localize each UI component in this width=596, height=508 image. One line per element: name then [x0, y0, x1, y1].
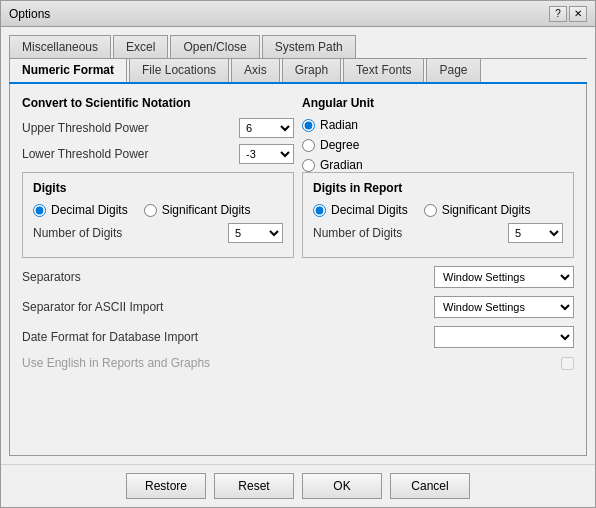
digits-right: Digits in Report Decimal Digits Signific… — [302, 172, 574, 258]
tabs-row2: Numeric Format File Locations Axis Graph… — [9, 58, 587, 84]
help-button[interactable]: ? — [549, 6, 567, 22]
separators-row: Separators Window Settings Custom — [22, 266, 574, 288]
tab-axis[interactable]: Axis — [231, 58, 280, 82]
digits-left-significant-radio[interactable]: Significant Digits — [144, 203, 251, 217]
tab-openclose[interactable]: Open/Close — [170, 35, 259, 58]
digits-left-significant-label: Significant Digits — [162, 203, 251, 217]
digits-right-number-label: Number of Digits — [313, 226, 508, 240]
digits-right-decimal-label: Decimal Digits — [331, 203, 408, 217]
ascii-import-select[interactable]: Window Settings Custom — [434, 296, 574, 318]
tabs-row1: Miscellaneous Excel Open/Close System Pa… — [9, 35, 587, 59]
digits-left-decimal-label: Decimal Digits — [51, 203, 128, 217]
radio-gradian[interactable]: Gradian — [302, 158, 574, 172]
digits-sections: Digits Decimal Digits Significant Digits… — [22, 172, 574, 258]
upper-threshold-row: Upper Threshold Power 6 7 8 — [22, 118, 294, 138]
digits-right-decimal-radio[interactable]: Decimal Digits — [313, 203, 408, 217]
lower-threshold-label: Lower Threshold Power — [22, 147, 239, 161]
separators-select[interactable]: Window Settings Custom — [434, 266, 574, 288]
digits-right-number-row: Number of Digits 5 3 4 6 — [313, 223, 563, 243]
angular-section: Angular Unit Radian Degree Gradian — [302, 96, 574, 172]
convert-section: Convert to Scientific Notation Upper Thr… — [22, 96, 294, 172]
digits-left-radio-row: Decimal Digits Significant Digits — [33, 203, 283, 217]
top-sections: Convert to Scientific Notation Upper Thr… — [22, 96, 574, 172]
date-format-row: Date Format for Database Import — [22, 326, 574, 348]
close-button[interactable]: ✕ — [569, 6, 587, 22]
date-format-label: Date Format for Database Import — [22, 330, 434, 344]
tab-graph[interactable]: Graph — [282, 58, 341, 82]
radian-label: Radian — [320, 118, 358, 132]
digits-left-number-row: Number of Digits 5 3 4 6 — [33, 223, 283, 243]
title-bar-buttons: ? ✕ — [549, 6, 587, 22]
lower-threshold-select[interactable]: -3 -4 -5 — [239, 144, 294, 164]
radio-radian[interactable]: Radian — [302, 118, 574, 132]
english-row: Use English in Reports and Graphs — [22, 356, 574, 370]
digits-right-significant-label: Significant Digits — [442, 203, 531, 217]
radio-degree[interactable]: Degree — [302, 138, 574, 152]
tab-content: Convert to Scientific Notation Upper Thr… — [9, 84, 587, 456]
digits-left-number-label: Number of Digits — [33, 226, 228, 240]
cancel-button[interactable]: Cancel — [390, 473, 470, 499]
restore-button[interactable]: Restore — [126, 473, 206, 499]
options-dialog: Options ? ✕ Miscellaneous Excel Open/Clo… — [0, 0, 596, 508]
angular-title: Angular Unit — [302, 96, 574, 110]
ascii-import-label: Separator for ASCII Import — [22, 300, 434, 314]
gradian-label: Gradian — [320, 158, 363, 172]
digits-right-radio-row: Decimal Digits Significant Digits — [313, 203, 563, 217]
dialog-content: Miscellaneous Excel Open/Close System Pa… — [1, 27, 595, 464]
tab-systempath[interactable]: System Path — [262, 35, 356, 58]
english-checkbox — [561, 357, 574, 370]
tab-textfonts[interactable]: Text Fonts — [343, 58, 424, 82]
window-title: Options — [9, 7, 50, 21]
tab-page[interactable]: Page — [426, 58, 480, 82]
ascii-import-row: Separator for ASCII Import Window Settin… — [22, 296, 574, 318]
digits-left-number-select[interactable]: 5 3 4 6 — [228, 223, 283, 243]
degree-label: Degree — [320, 138, 359, 152]
digits-left-decimal-radio[interactable]: Decimal Digits — [33, 203, 128, 217]
separators-label: Separators — [22, 270, 434, 284]
angular-radio-group: Radian Degree Gradian — [302, 118, 574, 172]
button-bar: Restore Reset OK Cancel — [1, 464, 595, 507]
tab-filelocations[interactable]: File Locations — [129, 58, 229, 82]
tab-excel[interactable]: Excel — [113, 35, 168, 58]
date-format-select[interactable] — [434, 326, 574, 348]
digits-right-significant-radio[interactable]: Significant Digits — [424, 203, 531, 217]
ok-button[interactable]: OK — [302, 473, 382, 499]
tab-miscellaneous[interactable]: Miscellaneous — [9, 35, 111, 58]
upper-threshold-select[interactable]: 6 7 8 — [239, 118, 294, 138]
tab-numericformat[interactable]: Numeric Format — [9, 58, 127, 82]
english-label: Use English in Reports and Graphs — [22, 356, 557, 370]
digits-right-title: Digits in Report — [313, 181, 563, 195]
digits-left-title: Digits — [33, 181, 283, 195]
lower-threshold-row: Lower Threshold Power -3 -4 -5 — [22, 144, 294, 164]
title-bar: Options ? ✕ — [1, 1, 595, 27]
digits-left: Digits Decimal Digits Significant Digits… — [22, 172, 294, 258]
convert-title: Convert to Scientific Notation — [22, 96, 294, 110]
upper-threshold-label: Upper Threshold Power — [22, 121, 239, 135]
reset-button[interactable]: Reset — [214, 473, 294, 499]
digits-right-number-select[interactable]: 5 3 4 6 — [508, 223, 563, 243]
